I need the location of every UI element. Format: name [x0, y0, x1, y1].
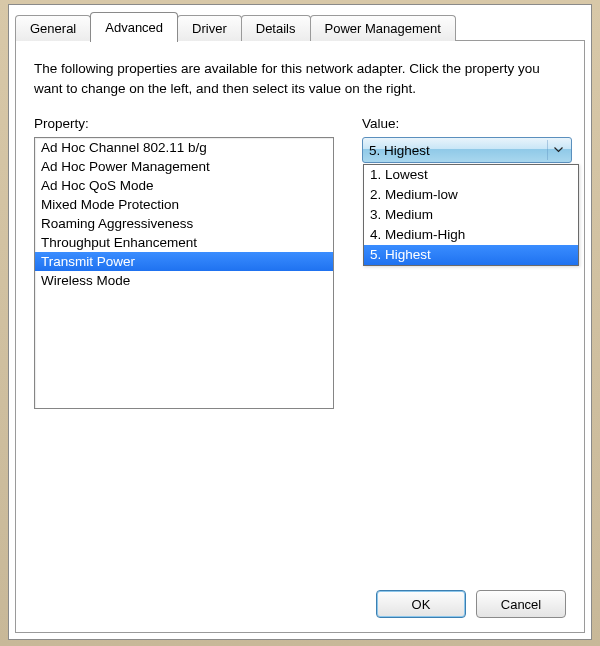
value-label: Value:	[362, 116, 572, 131]
properties-dialog: General Advanced Driver Details Power Ma…	[8, 4, 592, 640]
value-column: Value: 5. Highest 1. Lowest2. Medium-low…	[362, 116, 572, 409]
property-item[interactable]: Wireless Mode	[35, 271, 333, 290]
property-item[interactable]: Ad Hoc Power Management	[35, 157, 333, 176]
tab-driver[interactable]: Driver	[177, 15, 242, 41]
tab-details[interactable]: Details	[241, 15, 311, 41]
property-item[interactable]: Ad Hoc QoS Mode	[35, 176, 333, 195]
value-option[interactable]: 5. Highest	[364, 245, 578, 265]
property-listbox[interactable]: Ad Hoc Channel 802.11 b/gAd Hoc Power Ma…	[34, 137, 334, 409]
value-option[interactable]: 2. Medium-low	[364, 185, 578, 205]
property-label: Property:	[34, 116, 334, 131]
value-option[interactable]: 3. Medium	[364, 205, 578, 225]
value-combobox-text: 5. Highest	[369, 143, 430, 158]
property-item[interactable]: Mixed Mode Protection	[35, 195, 333, 214]
chevron-down-icon	[547, 140, 569, 160]
content-columns: Property: Ad Hoc Channel 802.11 b/gAd Ho…	[34, 116, 566, 409]
property-column: Property: Ad Hoc Channel 802.11 b/gAd Ho…	[34, 116, 334, 409]
value-option[interactable]: 4. Medium-High	[364, 225, 578, 245]
property-item[interactable]: Ad Hoc Channel 802.11 b/g	[35, 138, 333, 157]
tab-strip: General Advanced Driver Details Power Ma…	[9, 5, 591, 41]
tab-power-management[interactable]: Power Management	[310, 15, 456, 41]
value-dropdown[interactable]: 1. Lowest2. Medium-low3. Medium4. Medium…	[363, 164, 579, 266]
tab-advanced[interactable]: Advanced	[90, 12, 178, 42]
tab-general[interactable]: General	[15, 15, 91, 41]
ok-button[interactable]: OK	[376, 590, 466, 618]
description-text: The following properties are available f…	[34, 59, 566, 98]
value-combobox[interactable]: 5. Highest 1. Lowest2. Medium-low3. Medi…	[362, 137, 572, 163]
tab-panel-advanced: The following properties are available f…	[15, 40, 585, 633]
dialog-buttons: OK Cancel	[376, 590, 566, 618]
value-option[interactable]: 1. Lowest	[364, 165, 578, 185]
cancel-button[interactable]: Cancel	[476, 590, 566, 618]
property-item[interactable]: Throughput Enhancement	[35, 233, 333, 252]
property-item[interactable]: Roaming Aggressiveness	[35, 214, 333, 233]
property-item[interactable]: Transmit Power	[35, 252, 333, 271]
